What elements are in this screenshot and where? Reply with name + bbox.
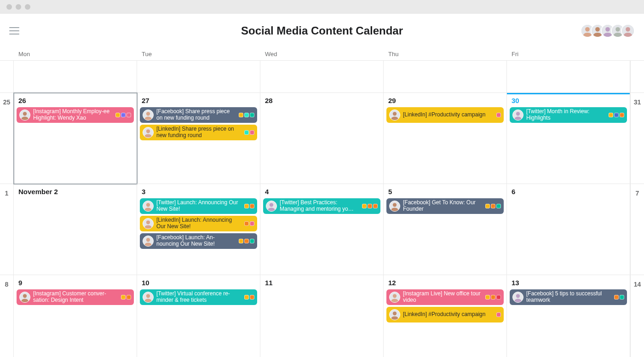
tag-chip [250, 221, 254, 226]
calendar-day-cell[interactable]: 12[Instagram Live] New office tour video… [384, 275, 507, 357]
calendar-day-cell[interactable] [384, 61, 507, 93]
svg-point-17 [393, 112, 397, 115]
calendar-day-cell[interactable]: 5[Facebook] Get To Know: Our Founder [384, 184, 507, 275]
calendar-event[interactable]: [Twitter] Best Practices: Managing and m… [263, 198, 380, 214]
window-minimize-button[interactable] [16, 4, 21, 10]
svg-point-9 [626, 27, 630, 32]
menu-icon[interactable] [9, 27, 19, 35]
calendar-event[interactable]: [LinkedIn] #Productivity campaign [386, 307, 504, 322]
calendar-day-cell[interactable]: 29[LinkedIn] #Productivity campaign [384, 93, 507, 184]
day-number: 28 [263, 97, 380, 104]
assignee-avatar [512, 109, 523, 121]
tag-chip [250, 295, 254, 299]
calendar-day-cell[interactable]: 30[Twitter] Month in Review: Highlights [507, 93, 630, 184]
event-title: [Instagram] Customer conver-sation: Desi… [33, 291, 118, 304]
assignee-avatar [266, 201, 277, 212]
week-edge-right: 31 [630, 93, 644, 184]
weekday-header-row: Mon Tue Wed Thu Fri [0, 51, 644, 58]
avatar[interactable] [621, 24, 635, 38]
calendar-day-cell[interactable] [14, 61, 137, 93]
svg-point-33 [146, 294, 150, 298]
svg-point-15 [146, 129, 150, 133]
day-number: 29 [386, 97, 504, 104]
calendar-grid: 2526[Instagram] Monthly Employ-ee Highli… [0, 60, 644, 357]
event-tags [115, 113, 131, 117]
week-edge-right: 14 [630, 275, 644, 357]
event-title: [Facebook] 5 tips to successful teamwork [526, 291, 611, 304]
calendar-event[interactable]: [Twitter] Month in Review: Highlights [510, 107, 627, 123]
collaborator-avatars[interactable] [584, 24, 635, 38]
tag-chip [620, 295, 624, 299]
event-title: [Twitter] Virtual conference re-minder &… [156, 291, 242, 304]
assignee-avatar [143, 201, 154, 212]
tag-chip [239, 113, 243, 117]
assignee-avatar [19, 292, 30, 303]
event-tags [121, 295, 131, 299]
calendar-day-cell[interactable]: 3[Twitter] Launch: Announcing Our New Si… [137, 184, 260, 275]
calendar-day-cell[interactable]: 13[Facebook] 5 tips to successful teamwo… [507, 275, 630, 357]
event-title: [LinkedIn] #Productivity campaign [403, 112, 494, 118]
tag-chip [126, 113, 131, 117]
tag-chip [614, 295, 619, 299]
svg-point-35 [393, 294, 397, 298]
calendar-day-cell[interactable]: 9[Instagram] Customer conver-sation: Des… [14, 275, 137, 357]
tag-chip [496, 312, 501, 317]
calendar-event[interactable]: [Twitter] Virtual conference re-minder &… [140, 289, 257, 305]
event-tags [244, 130, 254, 135]
weekday-wed: Wed [260, 51, 384, 58]
event-tags [485, 295, 501, 299]
calendar-week-row: 2526[Instagram] Monthly Employ-ee Highli… [0, 93, 644, 184]
week-edge-left [0, 61, 14, 93]
svg-point-5 [605, 27, 610, 32]
svg-point-27 [270, 203, 273, 207]
weekday-fri: Fri [507, 51, 630, 58]
calendar-event[interactable]: [LinkedIn] Launch: Announcing Our New Si… [140, 216, 257, 231]
event-title: [Facebook] Share press piece on new fund… [156, 109, 236, 121]
calendar-day-cell[interactable]: 10[Twitter] Virtual conference re-minder… [137, 275, 260, 357]
calendar-day-cell[interactable]: 11 [260, 275, 384, 357]
tag-chip [244, 204, 249, 208]
calendar-day-cell[interactable]: 4[Twitter] Best Practices: Managing and … [260, 184, 384, 275]
event-title: [Twitter] Month in Review: Highlights [526, 109, 606, 121]
calendar-event[interactable]: [LinkedIn] #Productivity campaign [386, 107, 504, 123]
calendar-event[interactable]: [Facebook] 5 tips to successful teamwork [510, 289, 627, 305]
tag-chip [115, 113, 120, 117]
svg-point-11 [23, 112, 27, 115]
calendar-day-cell[interactable]: 28 [260, 93, 384, 184]
week-edge-left: 1 [0, 184, 14, 275]
day-number: 9 [17, 279, 134, 287]
calendar-day-cell[interactable] [507, 61, 630, 93]
event-tags [244, 204, 254, 208]
calendar-event[interactable]: [LinkedIn] Share press piece on new fund… [140, 125, 257, 140]
event-title: [LinkedIn] #Productivity campaign [403, 311, 494, 318]
svg-point-1 [585, 27, 590, 32]
calendar-event[interactable]: [Instagram] Customer conver-sation: Desi… [17, 289, 134, 305]
svg-point-37 [393, 311, 397, 315]
calendar-event[interactable]: [Twitter] Launch: Announcing Our New Sit… [140, 198, 257, 214]
tag-chip [620, 113, 624, 117]
calendar-event[interactable]: [Facebook] Share press piece on new fund… [140, 107, 257, 123]
assignee-avatar [389, 292, 400, 303]
calendar-day-cell[interactable]: 6 [507, 184, 630, 275]
calendar-day-cell[interactable]: 26[Instagram] Monthly Employ-ee Highligh… [14, 93, 137, 184]
event-tags [609, 113, 624, 117]
weekday-mon: Mon [14, 51, 137, 58]
calendar-event[interactable]: [Instagram] Monthly Employ-ee Highlight:… [17, 107, 134, 123]
day-number: 13 [510, 279, 627, 287]
tag-chip [485, 204, 490, 208]
calendar-day-cell[interactable] [260, 61, 384, 93]
calendar-event[interactable]: [Instagram Live] New office tour video [386, 289, 504, 305]
calendar-day-cell[interactable] [137, 61, 260, 93]
calendar-event[interactable]: [Facebook] Launch: An-nouncing Our New S… [140, 233, 257, 249]
week-edge-left: 8 [0, 275, 14, 357]
tag-chip [609, 113, 613, 117]
event-title: [LinkedIn] Share press piece on new fund… [156, 126, 242, 139]
calendar-day-cell[interactable]: 27[Facebook] Share press piece on new fu… [137, 93, 260, 184]
calendar-event[interactable]: [Facebook] Get To Know: Our Founder [386, 198, 504, 214]
day-number: 5 [386, 188, 504, 196]
window-close-button[interactable] [6, 4, 12, 10]
svg-point-21 [146, 203, 150, 207]
calendar-day-cell[interactable]: November 2 [14, 184, 137, 275]
window-zoom-button[interactable] [25, 4, 30, 10]
calendar-week-row [0, 61, 644, 93]
